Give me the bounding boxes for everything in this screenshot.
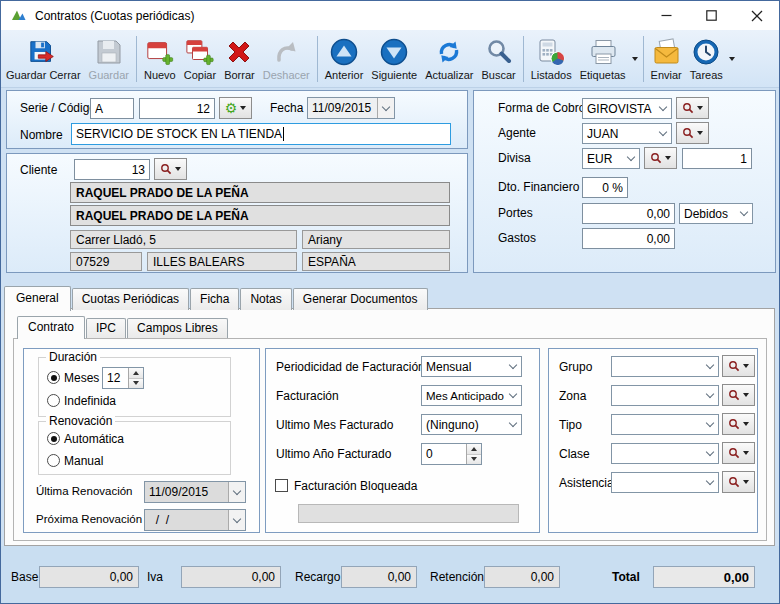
delete-icon xyxy=(224,37,254,67)
grupo-combobox[interactable] xyxy=(611,356,719,377)
periodicidad-combobox[interactable]: Mensual xyxy=(421,356,522,377)
chevron-down-icon[interactable] xyxy=(701,415,718,434)
chevron-down-icon[interactable] xyxy=(701,357,718,376)
spin-up-icon[interactable] xyxy=(467,444,481,455)
tab-notas[interactable]: Notas xyxy=(240,288,291,310)
tab-ficha[interactable]: Ficha xyxy=(190,288,239,310)
zona-search-button[interactable] xyxy=(722,384,755,406)
fecha-combobox[interactable]: 11/09/2015 xyxy=(307,97,395,119)
guardar-cerrar-button[interactable]: Guardar Cerrar xyxy=(2,32,85,86)
tab-general[interactable]: General xyxy=(4,286,71,311)
subtab-campos-libres[interactable]: Campos Libres xyxy=(127,318,228,338)
meses-spinner[interactable]: 12 xyxy=(102,367,144,389)
chevron-down-icon xyxy=(743,480,749,484)
chevron-down-icon[interactable] xyxy=(228,482,245,502)
grupo-search-button[interactable] xyxy=(722,355,755,377)
serie-codigo-label: Serie / Código xyxy=(20,101,96,115)
chevron-down-icon[interactable] xyxy=(654,99,671,118)
automatica-radio[interactable] xyxy=(47,432,60,445)
proxima-renovacion-label: Próxima Renovación xyxy=(36,513,142,525)
indefinida-radio[interactable] xyxy=(47,394,60,407)
divisa-combobox[interactable]: EUR xyxy=(582,148,640,169)
window-title: Contratos (Cuotas periódicas) xyxy=(35,9,194,23)
guardar-button[interactable]: Guardar xyxy=(85,32,133,86)
portes-input[interactable] xyxy=(582,203,675,224)
divisa-search-button[interactable] xyxy=(644,147,677,169)
portes-tipo-combobox[interactable]: Debidos xyxy=(679,203,753,224)
chevron-down-icon[interactable] xyxy=(504,386,521,405)
nombre-input[interactable]: SERVICIO DE STOCK EN LA TIENDA xyxy=(71,123,451,145)
maximize-button[interactable] xyxy=(689,1,734,30)
tareas-dropdown-arrow[interactable] xyxy=(727,32,737,86)
etiquetas-dropdown-arrow[interactable] xyxy=(630,32,640,86)
chevron-down-icon[interactable] xyxy=(622,149,639,168)
chevron-down-icon[interactable] xyxy=(504,357,521,376)
tipo-combobox[interactable] xyxy=(611,414,719,435)
clase-search-button[interactable] xyxy=(722,442,755,464)
chevron-down-icon[interactable] xyxy=(735,204,752,223)
serie-input[interactable] xyxy=(90,98,134,119)
anterior-button[interactable]: Anterior xyxy=(321,32,368,86)
codigo-options-button[interactable]: ⚙ xyxy=(219,97,252,119)
agente-combobox[interactable]: JUAN xyxy=(582,123,672,144)
fecha-value: 11/09/2015 xyxy=(308,98,377,118)
chevron-down-icon[interactable] xyxy=(701,386,718,405)
cliente-search-button[interactable] xyxy=(154,158,187,180)
subtab-ipc[interactable]: IPC xyxy=(86,318,126,338)
copiar-button[interactable]: Copiar xyxy=(180,32,220,86)
agente-search-button[interactable] xyxy=(676,122,709,144)
tipo-search-button[interactable] xyxy=(722,413,755,435)
dto-financiero-input[interactable] xyxy=(582,177,628,198)
ultima-renovacion-combobox[interactable]: 11/09/2015 xyxy=(144,481,246,503)
forma-de-cobro-search-button[interactable] xyxy=(676,97,709,119)
tareas-button[interactable]: Tareas xyxy=(686,32,727,86)
chevron-down-icon[interactable] xyxy=(701,473,718,492)
asistencia-combobox[interactable] xyxy=(611,472,719,493)
nuevo-button[interactable]: Nuevo xyxy=(140,32,180,86)
subtab-contrato[interactable]: Contrato xyxy=(17,316,85,339)
spin-down-icon[interactable] xyxy=(129,379,143,389)
deshacer-button[interactable]: Deshacer xyxy=(259,32,314,86)
chevron-down-icon[interactable] xyxy=(228,510,245,530)
manual-radio[interactable] xyxy=(47,454,60,467)
divisa-cambio-input[interactable] xyxy=(682,148,752,169)
gastos-input[interactable] xyxy=(582,228,675,249)
forma-de-cobro-combobox[interactable]: GIROVISTA xyxy=(582,98,672,119)
chevron-down-icon[interactable] xyxy=(701,444,718,463)
close-button[interactable] xyxy=(734,1,779,30)
enviar-button[interactable]: Enviar xyxy=(647,32,686,86)
ultimo-mes-combobox[interactable]: (Ninguno) xyxy=(421,414,522,435)
tab-cuotas-periodicas[interactable]: Cuotas Periódicas xyxy=(72,288,189,310)
chevron-down-icon[interactable] xyxy=(654,124,671,143)
spin-up-icon[interactable] xyxy=(129,368,143,379)
asistencia-label: Asistencia xyxy=(559,476,614,490)
buscar-button[interactable]: Buscar xyxy=(477,32,519,86)
save-close-icon xyxy=(28,37,58,67)
cliente-codigo-input[interactable] xyxy=(74,159,150,180)
cliente-codigo-postal: 07529 xyxy=(70,252,142,271)
siguiente-button[interactable]: Siguiente xyxy=(367,32,421,86)
actualizar-button[interactable]: Actualizar xyxy=(421,32,477,86)
codigo-input[interactable] xyxy=(139,98,215,119)
copiar-label: Copiar xyxy=(184,69,216,81)
spin-down-icon[interactable] xyxy=(467,455,481,465)
listados-button[interactable]: Listados xyxy=(527,32,576,86)
tab-generar-documentos[interactable]: Generar Documentos xyxy=(293,288,428,310)
copy-icon xyxy=(185,37,215,67)
chevron-down-icon[interactable] xyxy=(377,98,394,118)
asistencia-search-button[interactable] xyxy=(722,471,755,493)
facturacion-combobox[interactable]: Mes Anticipado xyxy=(421,385,522,406)
etiquetas-button[interactable]: Etiquetas xyxy=(576,32,630,86)
meses-radio[interactable] xyxy=(47,371,60,384)
buscar-label: Buscar xyxy=(481,69,515,81)
minimize-button[interactable] xyxy=(644,1,689,30)
borrar-button[interactable]: Borrar xyxy=(220,32,259,86)
grupo-value xyxy=(612,357,701,376)
facturacion-bloqueada-checkbox[interactable] xyxy=(275,479,288,492)
proxima-renovacion-combobox[interactable]: / / xyxy=(144,509,246,531)
ultimo-ano-spinner[interactable]: 0 xyxy=(421,443,482,465)
clase-combobox[interactable] xyxy=(611,443,719,464)
retencion-label: Retención xyxy=(430,570,484,584)
chevron-down-icon[interactable] xyxy=(504,415,521,434)
zona-combobox[interactable] xyxy=(611,385,719,406)
